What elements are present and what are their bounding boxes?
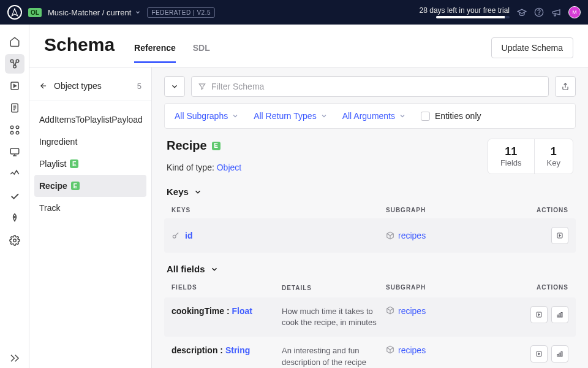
- help-icon[interactable]: [534, 7, 544, 17]
- nav-subgraphs[interactable]: [5, 120, 24, 140]
- section-keys[interactable]: Keys: [167, 186, 576, 197]
- nav-home[interactable]: [5, 32, 24, 52]
- nav-launches[interactable]: [5, 209, 24, 228]
- field-metrics-button[interactable]: [551, 306, 568, 323]
- breadcrumb[interactable]: Music-Matcher / current: [48, 8, 141, 17]
- filter-arguments[interactable]: All Arguments: [342, 111, 406, 121]
- arrow-left-icon: [39, 82, 48, 90]
- entities-only-checkbox[interactable]: Entities only: [421, 111, 481, 121]
- field-metrics-button[interactable]: [551, 345, 568, 362]
- cube-icon: [386, 306, 394, 315]
- update-schema-button[interactable]: Update Schema: [491, 37, 573, 58]
- chevron-down-icon: [210, 265, 219, 274]
- graduation-icon[interactable]: [517, 7, 527, 17]
- svg-point-3: [16, 59, 19, 63]
- nav-checks[interactable]: [5, 186, 24, 206]
- subgraph-link[interactable]: recipes: [398, 306, 426, 316]
- field-details: An interesting and fun description of th…: [282, 345, 386, 367]
- cube-icon: [386, 345, 394, 354]
- apollo-logo-icon[interactable]: [7, 5, 22, 20]
- cube-icon: [386, 231, 394, 240]
- svg-rect-22: [559, 353, 560, 357]
- trial-text: 28 days left in your free trial: [420, 6, 510, 15]
- filter-input-wrap[interactable]: [191, 76, 549, 97]
- fields-table-header: FIELDS DETAILS SUBGRAPH ACTIONS: [164, 279, 576, 297]
- iconbar: [0, 25, 29, 368]
- subgraph-link[interactable]: recipes: [398, 345, 426, 355]
- svg-point-13: [13, 239, 16, 242]
- sidebar-item-playlist[interactable]: Playlist E: [29, 153, 151, 175]
- run-in-explorer-button[interactable]: [551, 227, 568, 244]
- field-details: How much time it takes to cook the recip…: [282, 306, 386, 328]
- svg-point-9: [10, 131, 13, 134]
- run-in-explorer-button[interactable]: [530, 306, 548, 323]
- sidebar-count: 5: [137, 82, 141, 91]
- sidebar-item-label: AddItemsToPlaylistPayload: [39, 115, 143, 125]
- sidebar-title: Object types: [54, 81, 102, 91]
- svg-rect-21: [557, 355, 559, 357]
- avatar[interactable]: M: [568, 6, 581, 18]
- svg-point-7: [10, 126, 13, 129]
- svg-rect-19: [561, 313, 562, 318]
- federation-badge: FEDERATED | V2.5: [147, 7, 215, 18]
- tab-reference[interactable]: Reference: [134, 43, 176, 63]
- stat-fields-count: 11: [500, 145, 522, 158]
- svg-point-12: [13, 217, 15, 218]
- entity-badge-icon: E: [71, 182, 80, 190]
- nav-insights[interactable]: [5, 164, 24, 184]
- sidebar-item-label: Playlist: [39, 159, 66, 169]
- filter-icon: [198, 82, 206, 91]
- collapse-toggle[interactable]: [164, 76, 185, 97]
- key-name: id: [185, 231, 192, 240]
- stat-key-count: 1: [547, 145, 560, 158]
- topbar: OL Music-Matcher / current FEDERATED | V…: [0, 0, 588, 25]
- tabs: Reference SDL: [134, 43, 210, 63]
- field-row[interactable]: description : String An interesting and …: [164, 337, 576, 368]
- subgraph-link[interactable]: recipes: [398, 231, 426, 240]
- sidebar-item-track[interactable]: Track: [29, 197, 151, 219]
- filter-subgraphs[interactable]: All Subgraphs: [175, 111, 239, 121]
- share-icon: [561, 82, 570, 91]
- checkbox-icon: [421, 112, 430, 121]
- field-row[interactable]: cookingTime : Float How much time it tak…: [164, 297, 576, 337]
- nav-schema[interactable]: [5, 54, 24, 74]
- trial-progress-bar: [436, 16, 510, 18]
- nav-clients[interactable]: [5, 142, 24, 162]
- svg-point-10: [16, 131, 19, 134]
- share-button[interactable]: [555, 76, 576, 97]
- org-badge[interactable]: OL: [28, 8, 42, 17]
- nav-collapse[interactable]: [5, 348, 24, 368]
- sidebar-item-additemstoplaylistpayload[interactable]: AddItemsToPlaylistPayload: [29, 109, 151, 131]
- keys-row[interactable]: id recipes: [164, 218, 576, 253]
- announcement-icon[interactable]: [551, 7, 561, 17]
- svg-point-8: [16, 126, 19, 129]
- sidebar-item-label: Ingredient: [39, 137, 77, 147]
- filter-return-types[interactable]: All Return Types: [254, 111, 327, 121]
- svg-rect-18: [559, 314, 560, 318]
- type-stats: 11 Fields 1 Key: [488, 139, 573, 174]
- nav-settings[interactable]: [5, 231, 24, 250]
- nav-changelog[interactable]: [5, 98, 24, 118]
- trial-status[interactable]: 28 days left in your free trial: [420, 6, 510, 18]
- entity-badge-icon: E: [70, 159, 78, 168]
- sidebar-item-ingredient[interactable]: Ingredient: [29, 131, 151, 153]
- type-title: Recipe E: [167, 139, 488, 153]
- chevron-down-icon: [170, 82, 179, 91]
- svg-point-14: [173, 235, 176, 238]
- chevron-down-icon: [320, 112, 328, 120]
- sidebar-back[interactable]: Object types 5: [29, 76, 151, 101]
- run-in-explorer-button[interactable]: [530, 345, 548, 362]
- chevron-down-icon: [194, 188, 202, 196]
- page-title: Schema: [44, 34, 115, 55]
- chevron-down-icon: [232, 112, 239, 120]
- nav-explorer[interactable]: [5, 76, 24, 96]
- filter-input[interactable]: [211, 77, 542, 96]
- svg-rect-23: [561, 352, 562, 357]
- entity-badge-icon: E: [212, 142, 221, 150]
- section-all-fields[interactable]: All fields: [167, 264, 576, 274]
- svg-rect-11: [10, 148, 19, 154]
- tab-sdl[interactable]: SDL: [193, 43, 210, 63]
- sidebar-item-label: Recipe: [39, 181, 67, 191]
- sidebar-item-recipe[interactable]: Recipe E: [34, 175, 146, 197]
- svg-rect-17: [557, 315, 559, 318]
